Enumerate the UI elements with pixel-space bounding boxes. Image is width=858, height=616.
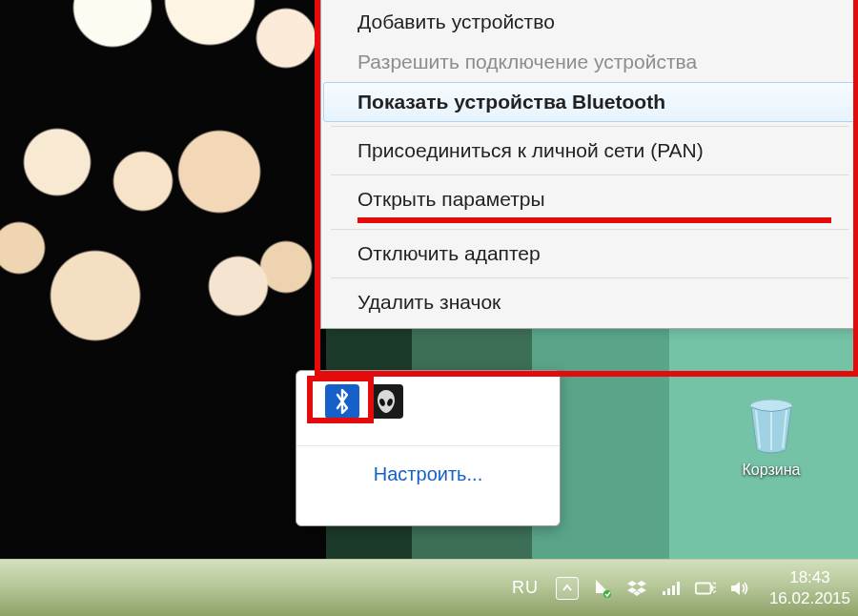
- svg-rect-7: [677, 582, 680, 595]
- volume-icon[interactable]: [729, 578, 750, 599]
- action-center-icon[interactable]: [592, 578, 613, 599]
- recycle-bin[interactable]: Корзина: [728, 397, 814, 479]
- taskbar-clock[interactable]: 18:43 16.02.2015: [769, 567, 850, 608]
- clock-date: 16.02.2015: [769, 588, 850, 608]
- svg-rect-5: [667, 588, 670, 595]
- menu-separator: [331, 175, 848, 175]
- tray-customize-link[interactable]: Настроить...: [296, 446, 560, 503]
- recycle-bin-icon: [728, 397, 814, 456]
- menu-item-add-device[interactable]: Добавить устройство: [323, 2, 856, 42]
- tray-show-hidden-icons[interactable]: [556, 577, 579, 600]
- menu-item-open-settings[interactable]: Открыть параметры: [323, 179, 856, 219]
- menu-item-show-devices[interactable]: Показать устройства Bluetooth: [323, 82, 856, 122]
- annotation-bluetooth-highlight: [307, 376, 374, 423]
- annotation-underline: [358, 217, 831, 223]
- recycle-bin-label: Корзина: [743, 462, 801, 478]
- svg-rect-8: [696, 583, 711, 593]
- svg-rect-9: [710, 585, 713, 591]
- network-icon[interactable]: [661, 578, 682, 599]
- menu-item-allow-connection: Разрешить подключение устройства: [323, 42, 856, 82]
- tray-alienware-icon[interactable]: [369, 384, 403, 419]
- bluetooth-context-menu: Добавить устройство Разрешить подключени…: [320, 0, 858, 329]
- menu-item-remove-icon[interactable]: Удалить значок: [323, 282, 856, 322]
- clock-time: 18:43: [769, 567, 850, 587]
- taskbar-language-indicator[interactable]: RU: [512, 578, 539, 598]
- menu-item-join-pan[interactable]: Присоединиться к личной сети (PAN): [323, 131, 856, 171]
- taskbar: RU 18:43 16.02.2015: [0, 559, 858, 616]
- menu-separator: [331, 229, 848, 230]
- svg-rect-6: [672, 585, 675, 595]
- power-icon[interactable]: [695, 578, 716, 599]
- dropbox-icon[interactable]: [626, 578, 647, 599]
- svg-rect-4: [663, 591, 665, 595]
- menu-separator: [331, 126, 848, 127]
- menu-separator: [331, 277, 848, 278]
- menu-item-disable-adapter[interactable]: Отключить адаптер: [323, 234, 856, 274]
